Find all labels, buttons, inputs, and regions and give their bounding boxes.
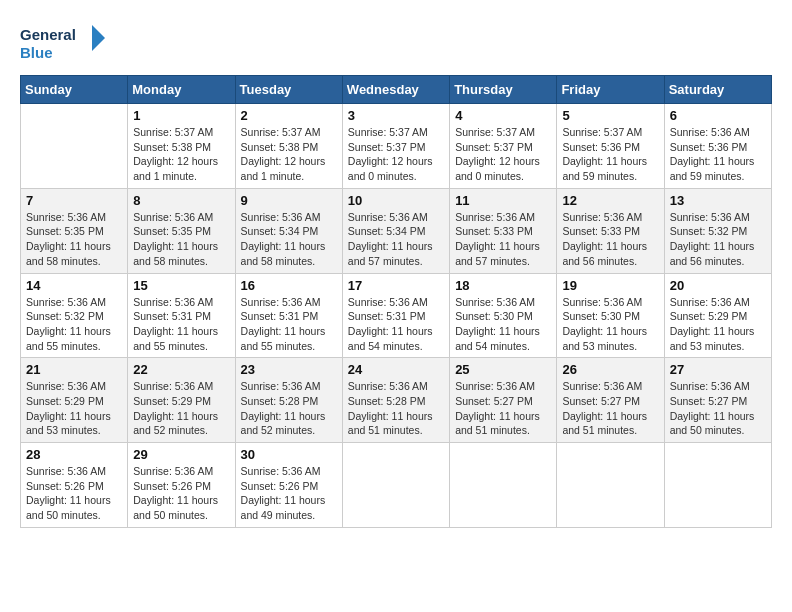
calendar-header-row: SundayMondayTuesdayWednesdayThursdayFrid…	[21, 76, 772, 104]
day-info: Sunrise: 5:36 AMSunset: 5:33 PMDaylight:…	[455, 210, 551, 269]
calendar-day-11: 11Sunrise: 5:36 AMSunset: 5:33 PMDayligh…	[450, 188, 557, 273]
calendar-day-16: 16Sunrise: 5:36 AMSunset: 5:31 PMDayligh…	[235, 273, 342, 358]
day-info: Sunrise: 5:36 AMSunset: 5:26 PMDaylight:…	[241, 464, 337, 523]
col-header-wednesday: Wednesday	[342, 76, 449, 104]
calendar-day-17: 17Sunrise: 5:36 AMSunset: 5:31 PMDayligh…	[342, 273, 449, 358]
calendar-day-8: 8Sunrise: 5:36 AMSunset: 5:35 PMDaylight…	[128, 188, 235, 273]
day-number: 26	[562, 362, 658, 377]
calendar-day-27: 27Sunrise: 5:36 AMSunset: 5:27 PMDayligh…	[664, 358, 771, 443]
calendar-week-1: 1Sunrise: 5:37 AMSunset: 5:38 PMDaylight…	[21, 104, 772, 189]
day-number: 4	[455, 108, 551, 123]
day-info: Sunrise: 5:36 AMSunset: 5:29 PMDaylight:…	[670, 295, 766, 354]
day-number: 11	[455, 193, 551, 208]
calendar-day-2: 2Sunrise: 5:37 AMSunset: 5:38 PMDaylight…	[235, 104, 342, 189]
calendar-day-5: 5Sunrise: 5:37 AMSunset: 5:36 PMDaylight…	[557, 104, 664, 189]
day-number: 8	[133, 193, 229, 208]
col-header-saturday: Saturday	[664, 76, 771, 104]
col-header-sunday: Sunday	[21, 76, 128, 104]
day-number: 7	[26, 193, 122, 208]
calendar-day-12: 12Sunrise: 5:36 AMSunset: 5:33 PMDayligh…	[557, 188, 664, 273]
day-number: 6	[670, 108, 766, 123]
day-info: Sunrise: 5:36 AMSunset: 5:34 PMDaylight:…	[241, 210, 337, 269]
calendar-day-13: 13Sunrise: 5:36 AMSunset: 5:32 PMDayligh…	[664, 188, 771, 273]
day-number: 17	[348, 278, 444, 293]
day-number: 22	[133, 362, 229, 377]
day-info: Sunrise: 5:36 AMSunset: 5:34 PMDaylight:…	[348, 210, 444, 269]
day-number: 3	[348, 108, 444, 123]
calendar-day-24: 24Sunrise: 5:36 AMSunset: 5:28 PMDayligh…	[342, 358, 449, 443]
day-info: Sunrise: 5:36 AMSunset: 5:26 PMDaylight:…	[133, 464, 229, 523]
day-number: 5	[562, 108, 658, 123]
calendar-day-7: 7Sunrise: 5:36 AMSunset: 5:35 PMDaylight…	[21, 188, 128, 273]
day-number: 23	[241, 362, 337, 377]
calendar-table: SundayMondayTuesdayWednesdayThursdayFrid…	[20, 75, 772, 528]
day-info: Sunrise: 5:36 AMSunset: 5:27 PMDaylight:…	[670, 379, 766, 438]
day-info: Sunrise: 5:36 AMSunset: 5:32 PMDaylight:…	[26, 295, 122, 354]
day-number: 15	[133, 278, 229, 293]
calendar-day-empty	[664, 443, 771, 528]
calendar-day-15: 15Sunrise: 5:36 AMSunset: 5:31 PMDayligh…	[128, 273, 235, 358]
calendar-day-25: 25Sunrise: 5:36 AMSunset: 5:27 PMDayligh…	[450, 358, 557, 443]
day-info: Sunrise: 5:36 AMSunset: 5:31 PMDaylight:…	[348, 295, 444, 354]
day-info: Sunrise: 5:36 AMSunset: 5:32 PMDaylight:…	[670, 210, 766, 269]
day-info: Sunrise: 5:36 AMSunset: 5:27 PMDaylight:…	[562, 379, 658, 438]
svg-text:General: General	[20, 26, 76, 43]
day-number: 16	[241, 278, 337, 293]
day-info: Sunrise: 5:36 AMSunset: 5:31 PMDaylight:…	[133, 295, 229, 354]
day-number: 20	[670, 278, 766, 293]
day-info: Sunrise: 5:36 AMSunset: 5:29 PMDaylight:…	[133, 379, 229, 438]
day-number: 14	[26, 278, 122, 293]
day-info: Sunrise: 5:37 AMSunset: 5:37 PMDaylight:…	[455, 125, 551, 184]
day-info: Sunrise: 5:36 AMSunset: 5:36 PMDaylight:…	[670, 125, 766, 184]
day-number: 19	[562, 278, 658, 293]
col-header-monday: Monday	[128, 76, 235, 104]
day-info: Sunrise: 5:37 AMSunset: 5:38 PMDaylight:…	[241, 125, 337, 184]
calendar-day-26: 26Sunrise: 5:36 AMSunset: 5:27 PMDayligh…	[557, 358, 664, 443]
calendar-day-21: 21Sunrise: 5:36 AMSunset: 5:29 PMDayligh…	[21, 358, 128, 443]
day-number: 10	[348, 193, 444, 208]
calendar-day-4: 4Sunrise: 5:37 AMSunset: 5:37 PMDaylight…	[450, 104, 557, 189]
day-info: Sunrise: 5:37 AMSunset: 5:36 PMDaylight:…	[562, 125, 658, 184]
logo-svg: General Blue	[20, 20, 110, 65]
day-number: 2	[241, 108, 337, 123]
calendar-day-30: 30Sunrise: 5:36 AMSunset: 5:26 PMDayligh…	[235, 443, 342, 528]
day-number: 1	[133, 108, 229, 123]
day-info: Sunrise: 5:36 AMSunset: 5:27 PMDaylight:…	[455, 379, 551, 438]
day-info: Sunrise: 5:36 AMSunset: 5:28 PMDaylight:…	[241, 379, 337, 438]
calendar-day-14: 14Sunrise: 5:36 AMSunset: 5:32 PMDayligh…	[21, 273, 128, 358]
calendar-week-4: 21Sunrise: 5:36 AMSunset: 5:29 PMDayligh…	[21, 358, 772, 443]
col-header-thursday: Thursday	[450, 76, 557, 104]
day-info: Sunrise: 5:36 AMSunset: 5:35 PMDaylight:…	[26, 210, 122, 269]
day-number: 9	[241, 193, 337, 208]
day-info: Sunrise: 5:36 AMSunset: 5:30 PMDaylight:…	[455, 295, 551, 354]
day-info: Sunrise: 5:37 AMSunset: 5:37 PMDaylight:…	[348, 125, 444, 184]
calendar-day-9: 9Sunrise: 5:36 AMSunset: 5:34 PMDaylight…	[235, 188, 342, 273]
calendar-day-29: 29Sunrise: 5:36 AMSunset: 5:26 PMDayligh…	[128, 443, 235, 528]
svg-marker-2	[92, 25, 105, 51]
col-header-tuesday: Tuesday	[235, 76, 342, 104]
calendar-week-3: 14Sunrise: 5:36 AMSunset: 5:32 PMDayligh…	[21, 273, 772, 358]
day-number: 25	[455, 362, 551, 377]
day-number: 13	[670, 193, 766, 208]
calendar-day-18: 18Sunrise: 5:36 AMSunset: 5:30 PMDayligh…	[450, 273, 557, 358]
day-number: 24	[348, 362, 444, 377]
day-info: Sunrise: 5:36 AMSunset: 5:31 PMDaylight:…	[241, 295, 337, 354]
calendar-day-23: 23Sunrise: 5:36 AMSunset: 5:28 PMDayligh…	[235, 358, 342, 443]
svg-text:Blue: Blue	[20, 44, 53, 61]
calendar-day-empty	[557, 443, 664, 528]
calendar-day-10: 10Sunrise: 5:36 AMSunset: 5:34 PMDayligh…	[342, 188, 449, 273]
day-info: Sunrise: 5:36 AMSunset: 5:29 PMDaylight:…	[26, 379, 122, 438]
calendar-day-empty	[342, 443, 449, 528]
day-number: 21	[26, 362, 122, 377]
day-number: 27	[670, 362, 766, 377]
day-number: 12	[562, 193, 658, 208]
day-number: 30	[241, 447, 337, 462]
logo: General Blue	[20, 20, 110, 65]
day-info: Sunrise: 5:36 AMSunset: 5:35 PMDaylight:…	[133, 210, 229, 269]
calendar-week-2: 7Sunrise: 5:36 AMSunset: 5:35 PMDaylight…	[21, 188, 772, 273]
day-number: 29	[133, 447, 229, 462]
day-number: 28	[26, 447, 122, 462]
calendar-day-22: 22Sunrise: 5:36 AMSunset: 5:29 PMDayligh…	[128, 358, 235, 443]
day-info: Sunrise: 5:36 AMSunset: 5:26 PMDaylight:…	[26, 464, 122, 523]
day-info: Sunrise: 5:36 AMSunset: 5:28 PMDaylight:…	[348, 379, 444, 438]
